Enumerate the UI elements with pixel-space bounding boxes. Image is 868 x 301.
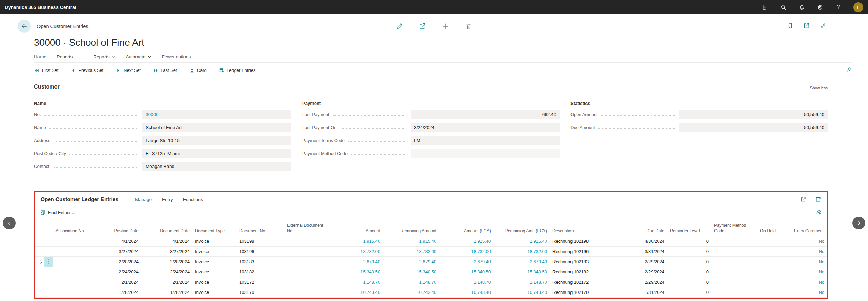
column-header[interactable]: Remaining Amount xyxy=(383,218,439,236)
cell[interactable]: 2,679.40 xyxy=(328,257,383,267)
ledger-row[interactable]: 3/27/20243/27/2024Invoice10319618,732.00… xyxy=(35,247,827,257)
cell[interactable]: 1,148.70 xyxy=(328,277,383,287)
cell[interactable]: Rechnung 102170 xyxy=(550,287,618,298)
cell[interactable]: 0 xyxy=(667,287,711,298)
cell[interactable]: Rechnung 102196 xyxy=(550,247,618,257)
ledger-entries-button[interactable]: Ledger Entries xyxy=(219,68,256,73)
share-icon[interactable] xyxy=(800,196,806,202)
cell[interactable]: 103183 xyxy=(237,257,284,267)
due-amount-value[interactable]: 50,559.40 xyxy=(679,123,828,132)
cell[interactable]: Rechnung 102182 xyxy=(550,267,618,277)
column-header[interactable]: External Document No. xyxy=(284,218,328,236)
last-set-button[interactable]: Last Set xyxy=(153,68,177,73)
cell[interactable]: Invoice xyxy=(192,247,237,257)
cell[interactable]: 103172 xyxy=(237,277,284,287)
column-header[interactable]: Entry Comment xyxy=(791,218,827,236)
cell[interactable]: No xyxy=(791,236,827,247)
row-context-menu-icon[interactable] xyxy=(44,257,53,267)
add-icon[interactable] xyxy=(442,22,449,30)
cell[interactable]: 0 xyxy=(667,247,711,257)
tab-reports-dropdown[interactable]: Reports xyxy=(93,54,115,62)
collapse-icon[interactable] xyxy=(820,22,827,30)
cell[interactable]: No xyxy=(791,257,827,267)
cell[interactable]: 103182 xyxy=(237,267,284,277)
cell[interactable]: No xyxy=(791,247,827,257)
column-header[interactable]: Payment Method Code xyxy=(711,218,757,236)
cell[interactable]: Invoice xyxy=(192,236,237,247)
card-button[interactable]: Card xyxy=(189,68,207,73)
column-header[interactable]: Due Date xyxy=(618,218,667,236)
gear-icon[interactable] xyxy=(817,4,823,11)
ledger-row[interactable]: 2/1/20242/1/2024Invoice1031721,148.701,1… xyxy=(35,277,827,287)
last-payment-value[interactable]: -662.40 xyxy=(411,110,560,119)
cell[interactable]: 2,679.40 xyxy=(439,257,494,267)
cell[interactable]: 2/24/2024 xyxy=(141,267,192,277)
ledger-row[interactable]: 2/24/20242/24/2024Invoice10318215,340.50… xyxy=(35,267,827,277)
cell[interactable]: No xyxy=(791,277,827,287)
cell[interactable]: 3/31/2024 xyxy=(618,247,667,257)
postcode-city-value[interactable]: FL 37125 Miami xyxy=(142,149,291,158)
breadcrumb[interactable]: Open Customer Entries xyxy=(37,23,89,29)
cell[interactable]: 0 xyxy=(667,267,711,277)
cell[interactable]: 4/30/2024 xyxy=(618,236,667,247)
column-header[interactable]: Reminder Level xyxy=(667,218,711,236)
pin-icon[interactable] xyxy=(846,67,852,74)
cell[interactable]: 1/28/2024 xyxy=(94,287,141,298)
app-title[interactable]: Dynamics 365 Business Central xyxy=(5,5,76,10)
payment-terms-code-value[interactable]: LM xyxy=(411,136,560,145)
tab-automate-dropdown[interactable]: Automate xyxy=(126,54,152,62)
column-header[interactable]: Document Date xyxy=(141,218,192,236)
column-header[interactable]: Amount (LCY) xyxy=(439,218,494,236)
column-header[interactable]: Posting Date xyxy=(94,218,141,236)
column-header[interactable]: Document No. xyxy=(237,218,284,236)
column-header[interactable]: Document Type xyxy=(192,218,237,236)
cell[interactable]: 2/24/2024 xyxy=(94,267,141,277)
cell[interactable]: Invoice xyxy=(192,277,237,287)
cell[interactable]: 0 xyxy=(667,277,711,287)
open-amount-value[interactable]: 50,559.40 xyxy=(679,110,828,119)
cell[interactable]: 1/28/2024 xyxy=(141,287,192,298)
cell[interactable]: 15,340.50 xyxy=(439,267,494,277)
cell[interactable]: 3/27/2024 xyxy=(141,247,192,257)
cell[interactable]: 4/1/2024 xyxy=(141,236,192,247)
cell[interactable]: 4/1/2024 xyxy=(94,236,141,247)
ledger-tab-manage[interactable]: Manage xyxy=(135,197,152,205)
cell[interactable]: 2/1/2024 xyxy=(94,277,141,287)
delete-icon[interactable] xyxy=(465,22,472,30)
help-icon[interactable]: ? xyxy=(835,4,842,11)
tab-reports[interactable]: Reports xyxy=(57,54,73,62)
cell[interactable]: 1,915.40 xyxy=(328,236,383,247)
cell[interactable]: 1,148.70 xyxy=(383,277,439,287)
cell[interactable]: 0 xyxy=(667,236,711,247)
cell[interactable]: 2/28/2024 xyxy=(94,257,141,267)
share-icon[interactable] xyxy=(419,22,426,30)
first-set-button[interactable]: First Set xyxy=(34,68,58,73)
cell[interactable]: 15,340.50 xyxy=(328,267,383,277)
search-icon[interactable] xyxy=(780,4,787,11)
address-value[interactable]: Lange Str. 10-15 xyxy=(142,136,291,145)
cell[interactable]: 2,679.40 xyxy=(383,257,439,267)
cell[interactable]: 18,732.00 xyxy=(494,247,550,257)
column-header[interactable]: Amount xyxy=(328,218,383,236)
cell[interactable]: Invoice xyxy=(192,257,237,267)
cell[interactable]: 15,340.50 xyxy=(494,267,550,277)
cell[interactable]: 15,340.50 xyxy=(383,267,439,277)
cell[interactable]: No xyxy=(791,267,827,277)
bookmark-icon[interactable] xyxy=(787,22,794,30)
cell[interactable]: 10,743.40 xyxy=(383,287,439,298)
cell[interactable]: Invoice xyxy=(192,287,237,298)
no-value[interactable]: 30000 xyxy=(142,110,291,119)
cell[interactable]: 2/1/2024 xyxy=(141,277,192,287)
cell[interactable]: 2,679.40 xyxy=(494,257,550,267)
cell[interactable]: 1,915.40 xyxy=(439,236,494,247)
find-entries-button[interactable]: Find Entries... xyxy=(40,210,75,216)
cell[interactable]: 2/29/2024 xyxy=(618,257,667,267)
contact-value[interactable]: Meagan Bond xyxy=(142,162,291,171)
company-icon[interactable] xyxy=(761,4,768,11)
column-header[interactable]: Association No. xyxy=(53,218,94,236)
column-header[interactable]: Description xyxy=(550,218,618,236)
edit-icon[interactable] xyxy=(396,22,403,30)
show-less-link[interactable]: Show less xyxy=(810,86,828,90)
cell[interactable]: 18,732.00 xyxy=(328,247,383,257)
ledger-tab-functions[interactable]: Functions xyxy=(183,197,203,205)
